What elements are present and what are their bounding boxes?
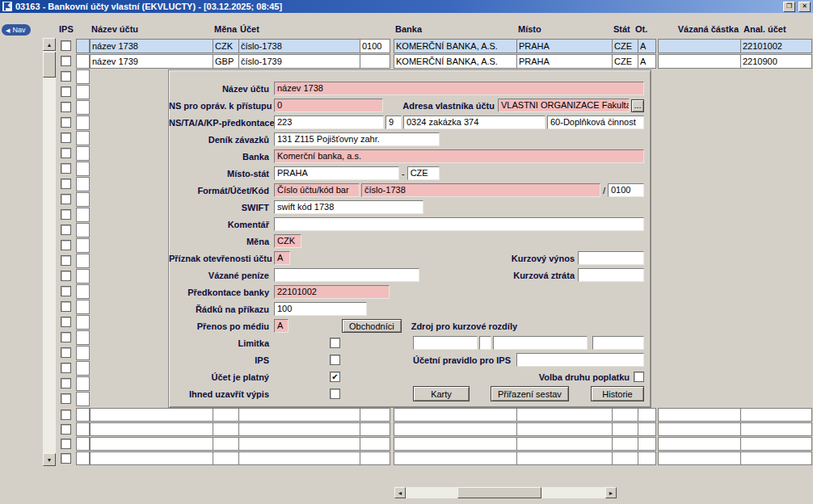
row-selector[interactable] bbox=[76, 346, 90, 360]
cell-vazana[interactable] bbox=[658, 408, 741, 422]
row-checkbox[interactable] bbox=[61, 347, 71, 358]
row-selector[interactable] bbox=[76, 223, 90, 237]
cell-vazana[interactable] bbox=[658, 39, 741, 53]
row-checkbox[interactable] bbox=[61, 194, 71, 204]
limitka-checkbox[interactable] bbox=[330, 338, 340, 348]
cell-nazev[interactable]: název 1739 bbox=[90, 54, 213, 69]
cell-ot[interactable] bbox=[638, 408, 656, 422]
cell-banka[interactable] bbox=[394, 408, 517, 422]
cell-misto[interactable] bbox=[516, 422, 613, 436]
cell-ucet[interactable] bbox=[238, 437, 360, 451]
row-checkbox[interactable] bbox=[61, 255, 71, 266]
stat-field[interactable]: CZE bbox=[407, 166, 440, 180]
scroll-right-icon[interactable]: ► bbox=[605, 487, 617, 498]
prenos-po-mediu-field[interactable]: A bbox=[274, 319, 289, 333]
cell-ucet[interactable] bbox=[238, 452, 360, 465]
cell-stat[interactable] bbox=[612, 452, 638, 465]
table-row-selected[interactable]: název 1738 CZK číslo-1738 0100 KOMERČNÍ … bbox=[0, 39, 813, 54]
row-selector[interactable] bbox=[76, 254, 90, 268]
cell-anal[interactable] bbox=[740, 437, 812, 451]
row-checkbox[interactable] bbox=[61, 424, 71, 435]
row-selector[interactable] bbox=[76, 85, 90, 99]
row-selector[interactable] bbox=[76, 284, 90, 299]
kurzovy-vynos-field[interactable] bbox=[578, 251, 644, 265]
radku-na-prikazu-field[interactable]: 100 bbox=[274, 302, 367, 316]
row-selector[interactable] bbox=[76, 177, 90, 191]
swift-field[interactable]: swift kód 1738 bbox=[274, 200, 423, 214]
row-checkbox[interactable] bbox=[61, 240, 71, 250]
cell-misto[interactable] bbox=[516, 437, 613, 451]
predkontace-a-field[interactable]: 0324 zakázka 374 bbox=[403, 116, 546, 129]
cell-kod[interactable] bbox=[360, 54, 390, 69]
row-selector[interactable] bbox=[76, 131, 90, 145]
row-selector[interactable] bbox=[76, 269, 90, 284]
kod-field[interactable]: 0100 bbox=[608, 183, 644, 197]
historie-button[interactable]: Historie bbox=[591, 386, 644, 401]
row-selector[interactable] bbox=[76, 116, 90, 130]
ips-checkbox[interactable] bbox=[330, 355, 340, 365]
row-checkbox[interactable] bbox=[61, 317, 71, 327]
predkontace-ns-field[interactable]: 223 bbox=[274, 116, 384, 129]
row-selector[interactable] bbox=[76, 208, 90, 222]
row-selector[interactable] bbox=[76, 69, 90, 84]
prirazeni-sestav-button[interactable]: Přiřazení sestav bbox=[491, 386, 569, 401]
row-checkbox[interactable] bbox=[61, 86, 71, 97]
cell-mena[interactable] bbox=[213, 437, 239, 451]
cell-banka[interactable]: KOMERČNÍ BANKA, A.S. bbox=[394, 54, 517, 69]
cell-misto[interactable] bbox=[516, 452, 613, 465]
row-selector[interactable] bbox=[76, 146, 90, 161]
restore-window-icon[interactable]: ❐ bbox=[783, 2, 795, 12]
cell-kod[interactable] bbox=[360, 422, 390, 436]
row-checkbox[interactable] bbox=[61, 301, 71, 312]
row-checkbox[interactable] bbox=[61, 286, 71, 296]
cell-misto[interactable] bbox=[516, 408, 613, 422]
cell-kod[interactable] bbox=[360, 408, 390, 422]
table-row[interactable] bbox=[0, 408, 813, 422]
cell-stat[interactable] bbox=[612, 422, 638, 436]
close-window-icon[interactable]: ✕ bbox=[798, 2, 811, 12]
ns-opravneni-field[interactable]: 0 bbox=[274, 99, 383, 112]
cell-ucet[interactable] bbox=[238, 408, 360, 422]
banka-field[interactable]: Komerční banka, a.s. bbox=[274, 149, 644, 163]
obchodnici-button[interactable]: Obchodníci bbox=[342, 319, 402, 333]
row-selector[interactable] bbox=[76, 300, 90, 314]
cell-banka[interactable] bbox=[394, 422, 517, 436]
cell-ot[interactable] bbox=[638, 437, 656, 451]
row-selector[interactable] bbox=[76, 315, 90, 330]
predkontace-ta-field[interactable]: 9 bbox=[385, 116, 402, 129]
cell-ot[interactable] bbox=[638, 422, 656, 436]
row-selector[interactable] bbox=[76, 39, 90, 53]
row-checkbox[interactable] bbox=[61, 225, 71, 235]
cell-ucet[interactable] bbox=[238, 422, 360, 436]
cell-nazev[interactable] bbox=[90, 422, 213, 436]
cell-mena[interactable] bbox=[213, 452, 239, 465]
zdroj-field-2[interactable] bbox=[479, 336, 491, 350]
table-row[interactable] bbox=[0, 452, 813, 466]
row-selector[interactable] bbox=[76, 54, 90, 69]
row-checkbox[interactable] bbox=[61, 332, 71, 342]
row-checkbox[interactable] bbox=[61, 178, 71, 189]
table-row[interactable] bbox=[0, 437, 813, 452]
row-checkbox[interactable] bbox=[61, 209, 71, 220]
row-selector[interactable] bbox=[76, 376, 90, 391]
cell-banka[interactable] bbox=[394, 452, 517, 465]
mena-field[interactable]: CZK bbox=[274, 234, 301, 248]
row-checkbox[interactable] bbox=[61, 453, 71, 464]
zdroj-field-4[interactable] bbox=[592, 336, 644, 350]
row-selector[interactable] bbox=[76, 422, 90, 436]
row-selector[interactable] bbox=[76, 361, 90, 376]
row-selector[interactable] bbox=[76, 452, 90, 465]
table-row[interactable] bbox=[0, 422, 813, 437]
row-checkbox[interactable] bbox=[61, 117, 71, 128]
cell-ot[interactable] bbox=[638, 452, 656, 465]
cell-misto[interactable]: PRAHA bbox=[516, 39, 613, 53]
cell-banka[interactable] bbox=[394, 437, 517, 451]
predkontace-kp-field[interactable]: 60-Doplňková činnost bbox=[547, 116, 644, 129]
cell-kod[interactable]: 0100 bbox=[360, 39, 390, 53]
cell-nazev[interactable]: název 1738 bbox=[90, 39, 213, 53]
nazev-uctu-field[interactable]: název 1738 bbox=[274, 82, 644, 95]
row-checkbox[interactable] bbox=[61, 363, 71, 373]
row-checkbox[interactable] bbox=[61, 439, 71, 449]
ihned-uzavrit-vypis-checkbox[interactable] bbox=[330, 388, 340, 399]
cell-stat[interactable] bbox=[612, 408, 638, 422]
